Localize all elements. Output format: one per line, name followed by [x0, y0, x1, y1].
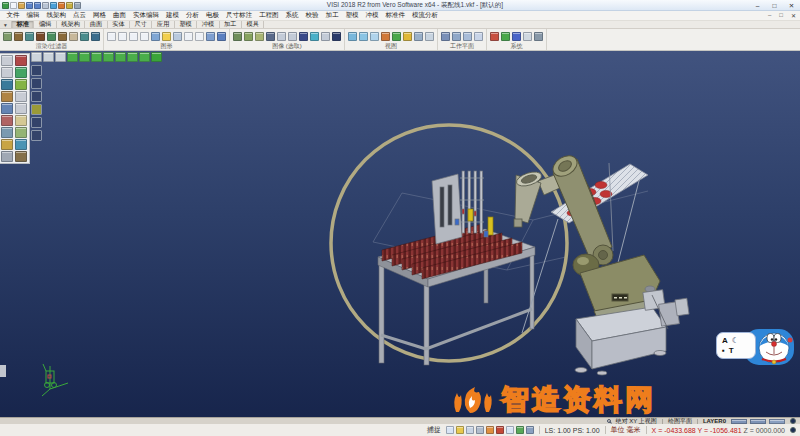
ribbon-tab[interactable]: 模具: [242, 21, 264, 28]
snap-toggle-icon[interactable]: [506, 426, 514, 434]
snap-toggle-icon[interactable]: [496, 426, 504, 434]
toolbar-icon[interactable]: [162, 32, 171, 41]
toolbar-icon[interactable]: [129, 32, 138, 41]
menu-item[interactable]: 曲面: [110, 11, 130, 20]
toolbar-icon[interactable]: [91, 32, 100, 41]
quick-access-icon[interactable]: [26, 2, 33, 9]
active-layer[interactable]: LAYER0: [703, 418, 726, 424]
toolbar-icon[interactable]: [80, 32, 89, 41]
left-toolbar-icon[interactable]: [15, 127, 27, 138]
snap-toggle-icon[interactable]: [476, 426, 484, 434]
floating-toolbar-icon[interactable]: [55, 52, 66, 62]
floating-toolbar-icon[interactable]: [139, 52, 150, 62]
mdi-window-button[interactable]: □: [775, 12, 787, 19]
toolbar-icon[interactable]: [69, 32, 78, 41]
ribbon-tab[interactable]: 冲模: [197, 21, 219, 28]
toolbar-icon[interactable]: [217, 32, 226, 41]
toolbar-icon[interactable]: [25, 32, 34, 41]
side-toolbar-icon[interactable]: [31, 117, 42, 128]
globe-icon[interactable]: [790, 418, 796, 424]
toolbar-icon[interactable]: [14, 32, 23, 41]
toolbar-icon[interactable]: [452, 32, 461, 41]
toolbar-icon[interactable]: [107, 32, 116, 41]
floating-toolbar-icon[interactable]: [115, 52, 126, 62]
toolbar-icon[interactable]: [392, 32, 401, 41]
toolbar-icon[interactable]: [140, 32, 149, 41]
toolbar-icon[interactable]: [151, 32, 160, 41]
toolbar-icon[interactable]: [3, 32, 12, 41]
menu-item[interactable]: 网格: [90, 11, 110, 20]
toolbar-icon[interactable]: [36, 32, 45, 41]
left-toolbar-icon[interactable]: [15, 139, 27, 150]
toolbar-icon[interactable]: [512, 32, 521, 41]
toolbar-icon[interactable]: [277, 32, 286, 41]
toolbar-icon[interactable]: [370, 32, 379, 41]
menu-item[interactable]: 塑模: [342, 11, 362, 20]
left-toolbar-icon[interactable]: [1, 103, 13, 114]
toolbar-icon[interactable]: [425, 32, 434, 41]
left-toolbar-icon[interactable]: [15, 67, 27, 78]
menu-item[interactable]: 编辑: [23, 11, 43, 20]
toolbar-icon[interactable]: [233, 32, 242, 41]
mdi-window-button[interactable]: –: [764, 12, 775, 19]
left-toolbar-icon[interactable]: [1, 91, 13, 102]
toolbar-icon[interactable]: [47, 32, 56, 41]
quick-access-icon[interactable]: [42, 2, 49, 9]
menu-item[interactable]: 分析: [183, 11, 203, 20]
floating-toolbar-icon[interactable]: [31, 52, 42, 62]
left-toolbar-icon[interactable]: [1, 67, 13, 78]
toolbar-icon[interactable]: [441, 32, 450, 41]
chevron-down-icon[interactable]: ▾: [0, 21, 12, 28]
menu-item[interactable]: 加工: [322, 11, 342, 20]
toolbar-icon[interactable]: [501, 32, 510, 41]
left-toolbar-icon[interactable]: [15, 91, 27, 102]
quick-access-icon[interactable]: [34, 2, 41, 9]
toolbar-icon[interactable]: [414, 32, 423, 41]
toolbar-icon[interactable]: [255, 32, 264, 41]
layer-swatch[interactable]: [769, 419, 785, 424]
quick-access-icon[interactable]: [50, 2, 57, 9]
left-toolbar-icon[interactable]: [1, 139, 13, 150]
toolbar-icon[interactable]: [534, 32, 543, 41]
world-icon[interactable]: [790, 427, 796, 433]
snap-toggle-icon[interactable]: [466, 426, 474, 434]
menu-item[interactable]: 校验: [302, 11, 322, 20]
menu-item[interactable]: 点云: [70, 11, 90, 20]
floating-toolbar-icon[interactable]: [67, 52, 78, 62]
left-toolbar-icon[interactable]: [1, 115, 13, 126]
left-toolbar-icon[interactable]: [15, 151, 27, 162]
left-toolbar-icon[interactable]: [15, 103, 27, 114]
floating-toolbar-icon[interactable]: [43, 52, 54, 62]
magnifier-icon[interactable]: [607, 419, 611, 423]
left-toolbar-icon[interactable]: [1, 55, 13, 66]
left-toolbar-icon[interactable]: [1, 79, 13, 90]
toolbar-icon[interactable]: [266, 32, 275, 41]
left-toolbar-icon[interactable]: [15, 115, 27, 126]
ribbon-tab[interactable]: 实体: [108, 21, 130, 28]
ribbon-tab[interactable]: 加工: [220, 21, 242, 28]
menu-item[interactable]: 电极: [203, 11, 223, 20]
ribbon-tab[interactable]: 曲面: [85, 21, 107, 28]
toolbar-icon[interactable]: [244, 32, 253, 41]
side-toolbar-icon[interactable]: [31, 65, 42, 76]
layer-swatch[interactable]: [731, 419, 747, 424]
floating-toolbar-icon[interactable]: [151, 52, 162, 62]
toolbar-icon[interactable]: [332, 32, 341, 41]
toolbar-icon[interactable]: [381, 32, 390, 41]
ribbon-tab[interactable]: 编辑: [34, 21, 56, 28]
toolbar-icon[interactable]: [321, 32, 330, 41]
menu-item[interactable]: 模流分析: [409, 11, 442, 20]
menu-item[interactable]: 尺寸标注: [223, 11, 256, 20]
toolbar-icon[interactable]: [299, 32, 308, 41]
ribbon-tab[interactable]: 标准: [12, 21, 34, 28]
toolbar-icon[interactable]: [523, 32, 532, 41]
toolbar-icon[interactable]: [310, 32, 319, 41]
toolbar-icon[interactable]: [173, 32, 182, 41]
quick-access-icon[interactable]: [18, 2, 25, 9]
floating-toolbar-icon[interactable]: [91, 52, 102, 62]
quick-access-icon[interactable]: [10, 2, 17, 9]
close-button[interactable]: ✕: [783, 0, 800, 10]
left-toolbar-icon[interactable]: [15, 55, 27, 66]
maximize-button[interactable]: □: [766, 0, 783, 10]
side-toolbar-icon[interactable]: [31, 78, 42, 89]
